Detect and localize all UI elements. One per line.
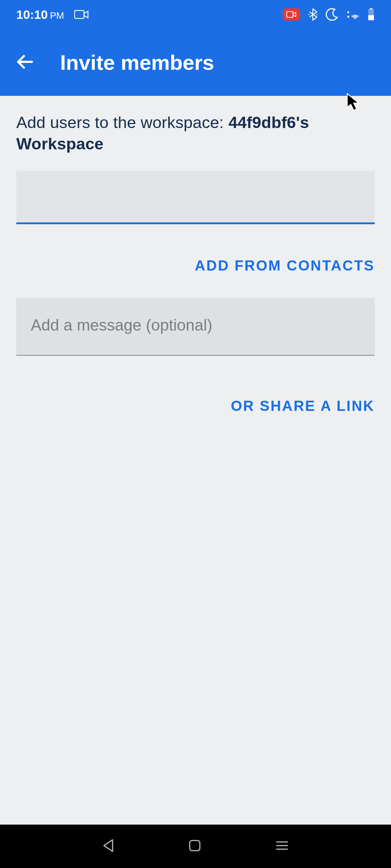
- svg-point-3: [316, 14, 318, 15]
- svg-rect-8: [190, 841, 200, 851]
- svg-point-2: [308, 14, 310, 15]
- navigation-bar: [0, 825, 391, 868]
- back-arrow-icon[interactable]: [15, 52, 35, 73]
- camera-icon: [74, 9, 89, 20]
- status-bar-left: 10:10 PM: [16, 8, 89, 22]
- add-from-contacts-button[interactable]: ADD FROM CONTACTS: [16, 253, 375, 278]
- status-bar-right: [283, 8, 375, 21]
- message-input[interactable]: [16, 298, 375, 356]
- status-time: 10:10 PM: [16, 8, 64, 22]
- moon-icon: [325, 8, 339, 21]
- battery-icon: [367, 8, 375, 21]
- app-bar: Invite members: [0, 29, 391, 96]
- nav-home-button[interactable]: [188, 839, 201, 854]
- status-time-value: 10:10: [16, 8, 48, 22]
- nav-recent-button[interactable]: [275, 840, 289, 853]
- wifi-icon: [346, 9, 360, 20]
- status-bar: 10:10 PM: [0, 0, 391, 29]
- svg-rect-0: [75, 10, 84, 18]
- svg-rect-7: [368, 15, 374, 20]
- nav-back-button[interactable]: [102, 838, 115, 854]
- users-input[interactable]: [16, 171, 375, 224]
- recording-badge-icon: [283, 8, 300, 21]
- status-time-ampm: PM: [50, 10, 64, 21]
- share-link-button[interactable]: OR SHARE A LINK: [16, 393, 375, 418]
- prompt-text: Add users to the workspace: 44f9dbf6's W…: [16, 112, 375, 154]
- svg-point-4: [354, 18, 356, 19]
- bluetooth-icon: [308, 8, 318, 21]
- prompt-prefix: Add users to the workspace:: [16, 113, 228, 132]
- page-title: Invite members: [60, 50, 214, 75]
- svg-rect-5: [370, 8, 373, 9]
- content-area: Add users to the workspace: 44f9dbf6's W…: [0, 96, 391, 435]
- svg-rect-1: [287, 12, 293, 17]
